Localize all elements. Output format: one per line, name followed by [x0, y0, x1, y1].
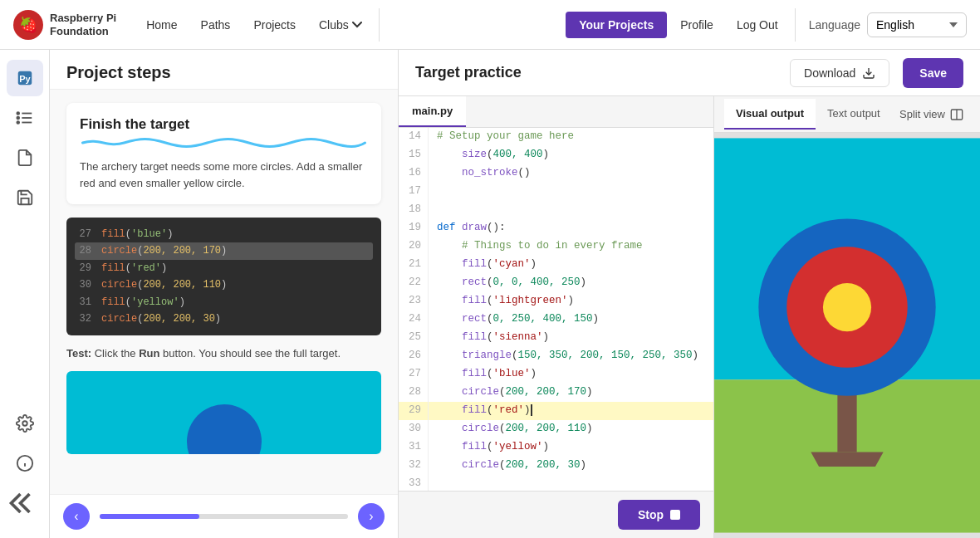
- step-card: Finish the target The archery target nee…: [66, 103, 381, 204]
- svg-point-8: [17, 117, 19, 120]
- language-section: Language English Español Français: [809, 12, 967, 37]
- stop-button[interactable]: Stop: [618, 500, 700, 530]
- tab-text-output[interactable]: Text output: [816, 99, 892, 130]
- svg-text:🍓: 🍓: [19, 16, 38, 34]
- stop-icon: [670, 510, 680, 520]
- download-button[interactable]: Download: [790, 59, 889, 87]
- editor-line: 24 rect(0, 250, 400, 150): [399, 311, 713, 329]
- nav-profile[interactable]: Profile: [670, 12, 723, 38]
- nav-divider: [379, 8, 380, 42]
- editor-line: 22 rect(0, 0, 400, 250): [399, 274, 713, 292]
- tab-visual-output[interactable]: Visual output: [724, 99, 816, 130]
- sidebar-collapse-btn[interactable]: [7, 485, 43, 521]
- code-line-31: 31 fill('yellow'): [78, 294, 370, 311]
- editor-line: 23 fill('lightgreen'): [399, 292, 713, 311]
- visual-tabs: Visual output Text output Split view: [714, 96, 980, 133]
- code-line-32: 32 circle(200, 200, 30): [78, 311, 370, 327]
- editor-line: 31 fill('yellow'): [399, 438, 713, 457]
- prev-step-button[interactable]: ‹: [63, 503, 90, 530]
- nav-links: Home Paths Projects Clubs: [136, 12, 372, 38]
- split-view-button[interactable]: Split view: [893, 105, 970, 125]
- nav-right: Your Projects Profile Log Out: [566, 12, 788, 38]
- navbar: 🍓 Raspberry Pi Foundation Home Paths Pro…: [0, 0, 980, 50]
- panel-nav: ‹ ›: [50, 494, 398, 538]
- info-icon: [16, 454, 34, 472]
- target-practice-title: Target practice: [415, 64, 777, 81]
- brand: 🍓 Raspberry Pi Foundation: [13, 10, 116, 40]
- editor-line: 14# Setup your game here: [399, 128, 713, 146]
- editor-line: 17: [399, 183, 713, 201]
- svg-point-7: [17, 112, 19, 115]
- nav-home[interactable]: Home: [136, 12, 187, 38]
- editor-line: 30 circle(200, 200, 110): [399, 420, 713, 438]
- stop-label: Stop: [638, 508, 664, 521]
- editor-line: 19def draw():: [399, 219, 713, 237]
- step-title: Finish the target: [80, 116, 368, 133]
- sidebar-info[interactable]: [7, 445, 43, 482]
- editor-line: 29 fill('red'): [399, 402, 713, 420]
- split-view-label: Split view: [899, 108, 945, 120]
- project-steps-title: Project steps: [66, 63, 381, 82]
- language-label: Language: [809, 18, 860, 32]
- nav-projects[interactable]: Projects: [243, 12, 306, 38]
- split-view-icon: [950, 108, 963, 121]
- editor-line: 21 fill('cyan'): [399, 256, 713, 274]
- step-progress-fill: [100, 514, 199, 519]
- left-panel: Project steps Finish the target The arch…: [50, 50, 399, 538]
- next-step-button[interactable]: ›: [358, 503, 385, 530]
- visual-panel: Visual output Text output Split view: [714, 96, 980, 538]
- sidebar-item-list[interactable]: [7, 100, 43, 136]
- svg-marker-20: [811, 452, 883, 467]
- sidebar-item-python[interactable]: Py: [7, 60, 43, 96]
- language-select[interactable]: English Español Français: [867, 12, 967, 37]
- editor-line: 16 no_stroke(): [399, 164, 713, 183]
- svg-point-10: [22, 421, 27, 426]
- right-panel: Project steps Target practice Download S…: [399, 50, 980, 538]
- nav-clubs[interactable]: Clubs: [309, 12, 372, 38]
- svg-rect-19: [837, 388, 856, 452]
- right-panel-header: Project steps Target practice Download S…: [399, 50, 980, 96]
- python-icon: Py: [16, 69, 34, 87]
- editor-line: 20 # Things to do in every frame: [399, 237, 713, 256]
- brand-name-line1: Raspberry Pi: [50, 12, 116, 25]
- sidebar-item-file[interactable]: [7, 139, 43, 176]
- preview-mini: [66, 371, 381, 454]
- code-line-30: 30 circle(200, 200, 110): [78, 276, 370, 293]
- editor-tab-main[interactable]: main.py: [399, 96, 466, 127]
- file-icon: [16, 149, 34, 167]
- editor-line: 27 fill('blue'): [399, 365, 713, 384]
- sidebar-bottom: [7, 405, 43, 528]
- editor-content[interactable]: 14# Setup your game here 15 size(400, 40…: [399, 128, 713, 491]
- wavy-decoration: [80, 138, 368, 148]
- download-label: Download: [804, 66, 855, 80]
- gear-icon: [16, 414, 34, 433]
- brand-name-line2: Foundation: [50, 25, 116, 38]
- nav-logout[interactable]: Log Out: [727, 12, 788, 38]
- step-description: The archery target needs some more circl…: [80, 159, 368, 191]
- right-panel-body: main.py 14# Setup your game here 15 size…: [399, 96, 980, 538]
- editor-line: 25 fill('sienna'): [399, 329, 713, 347]
- main-content: Py: [0, 50, 980, 538]
- target-scene: [714, 133, 980, 538]
- svg-text:Py: Py: [19, 74, 31, 84]
- visual-content: [714, 133, 980, 538]
- code-block: 27 fill('blue') 28 circle(200, 200, 170)…: [66, 218, 381, 335]
- save-icon: [16, 188, 34, 207]
- editor-bottom: Stop: [399, 491, 713, 538]
- brand-logo: 🍓: [13, 10, 43, 40]
- download-icon: [862, 66, 875, 80]
- left-panel-header: Project steps: [50, 50, 398, 90]
- editor-line: 28 circle(200, 200, 170): [399, 384, 713, 402]
- save-button[interactable]: Save: [903, 58, 963, 88]
- preview-mini-circle: [187, 404, 262, 454]
- left-panel-body: Finish the target The archery target nee…: [50, 90, 398, 494]
- nav-your-projects[interactable]: Your Projects: [566, 12, 667, 38]
- editor-line: 33: [399, 475, 713, 491]
- sidebar-item-save[interactable]: [7, 179, 43, 216]
- code-line-28: 28 circle(200, 200, 170): [75, 242, 373, 259]
- sidebar-settings[interactable]: [7, 405, 43, 442]
- editor-line: 15 size(400, 400): [399, 146, 713, 164]
- nav-paths[interactable]: Paths: [191, 12, 241, 38]
- list-icon: [16, 109, 34, 127]
- step-test: Test: Click the Run button. You should s…: [66, 347, 381, 359]
